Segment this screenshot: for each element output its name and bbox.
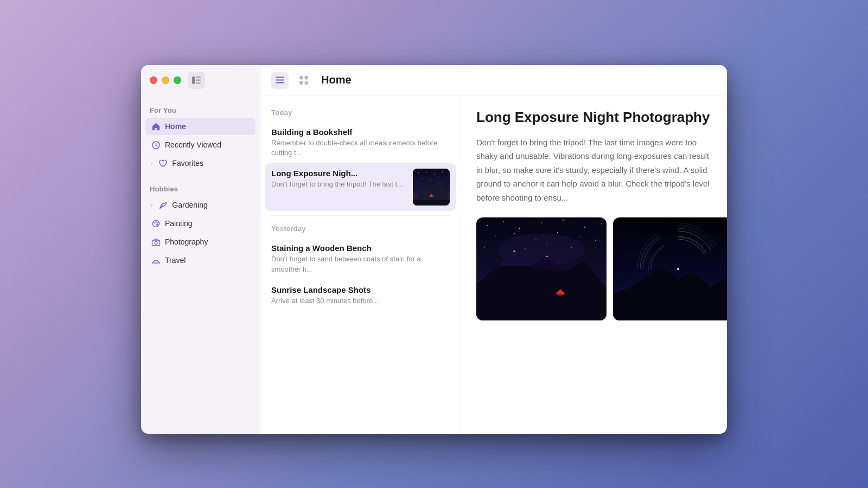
- svg-point-5: [152, 220, 159, 227]
- sidebar-item-favorites[interactable]: › Favorites: [145, 155, 256, 172]
- svg-rect-17: [276, 82, 284, 83]
- svg-point-49: [484, 247, 485, 248]
- detail-image-2: [613, 217, 727, 320]
- today-label: Today: [260, 104, 461, 122]
- page-title: Home: [321, 74, 352, 86]
- yesterday-label: Yesterday: [260, 220, 461, 238]
- svg-point-43: [495, 236, 495, 237]
- svg-point-7: [155, 221, 156, 222]
- sidebar-content: For You Home Recently Viewed: [141, 95, 260, 434]
- heart-icon: [158, 158, 168, 168]
- minimize-button[interactable]: [162, 76, 169, 84]
- svg-point-25: [434, 174, 435, 175]
- svg-rect-1: [196, 76, 201, 78]
- main-body: Today Building a Bookshelf Remember to d…: [260, 95, 727, 434]
- note-item-staining-bench[interactable]: Staining a Wooden Bench Don't forget to …: [260, 238, 461, 279]
- note-item-sunrise-landscape[interactable]: Sunrise Landscape Shots Arrive at least …: [260, 280, 461, 311]
- svg-point-28: [422, 178, 423, 179]
- svg-point-44: [514, 233, 515, 234]
- svg-point-23: [418, 173, 419, 174]
- sidebar-item-photography[interactable]: Photography: [145, 233, 256, 251]
- svg-rect-16: [276, 79, 284, 80]
- note-preview: Don't forget to sand between coats of st…: [271, 254, 450, 274]
- hobbies-section: Hobbies › Gardening: [145, 181, 256, 269]
- palette-icon: [151, 219, 161, 228]
- svg-point-26: [442, 172, 443, 173]
- sidebar-gardening-label: Gardening: [172, 201, 207, 209]
- svg-point-37: [503, 221, 504, 222]
- svg-point-6: [154, 222, 155, 223]
- travel-icon: [151, 255, 161, 265]
- traffic-lights: [150, 76, 181, 84]
- sidebar-item-home[interactable]: Home: [145, 118, 256, 135]
- note-preview: Remember to double-check all measurement…: [271, 138, 450, 158]
- svg-rect-20: [299, 81, 303, 85]
- svg-rect-34: [413, 200, 450, 206]
- svg-point-48: [595, 240, 596, 241]
- note-thumbnail: [413, 169, 450, 206]
- notes-list-panel: Today Building a Bookshelf Remember to d…: [260, 95, 461, 434]
- svg-point-27: [446, 176, 447, 177]
- house-icon: [151, 121, 161, 131]
- leaf-icon: [158, 200, 168, 210]
- svg-rect-2: [196, 80, 201, 81]
- for-you-section-label: For You: [145, 102, 256, 118]
- sidebar-item-travel[interactable]: Travel: [145, 252, 256, 269]
- sidebar-item-recently-viewed[interactable]: Recently Viewed: [145, 136, 256, 153]
- svg-point-40: [563, 220, 564, 221]
- note-title: Building a Bookshelf: [271, 127, 450, 137]
- list-view-button[interactable]: [271, 72, 289, 89]
- svg-point-46: [557, 232, 558, 233]
- main-header: Home: [260, 65, 727, 95]
- note-item-building-bookshelf[interactable]: Building a Bookshelf Remember to double-…: [260, 122, 461, 163]
- svg-rect-18: [299, 76, 303, 80]
- sidebar-item-painting[interactable]: Painting: [145, 215, 256, 232]
- note-title: Sunrise Landscape Shots: [271, 285, 450, 294]
- svg-rect-15: [276, 76, 284, 78]
- sidebar-travel-label: Travel: [165, 256, 186, 265]
- detail-images: [476, 217, 712, 320]
- note-title: Staining a Wooden Bench: [271, 243, 450, 253]
- sidebar-painting-label: Painting: [165, 219, 193, 228]
- svg-point-47: [579, 236, 579, 237]
- hobbies-section-label: Hobbies: [145, 181, 256, 196]
- gardening-chevron-icon: ›: [151, 202, 152, 208]
- note-preview: Don't forget to bring the tripod! The la…: [271, 179, 407, 189]
- svg-point-30: [430, 181, 430, 181]
- svg-point-41: [584, 227, 585, 228]
- titlebar: [141, 65, 260, 95]
- clock-icon: [151, 140, 161, 150]
- svg-rect-0: [192, 76, 195, 84]
- favorites-chevron-icon: ›: [151, 160, 152, 166]
- note-item-long-exposure[interactable]: Long Exposure Nigh... Don't forget to br…: [265, 163, 456, 211]
- sidebar-toggle-button[interactable]: [188, 72, 205, 89]
- detail-panel: Long Exposure Night Photography Don't fo…: [461, 95, 727, 434]
- detail-body: Don't forget to bring the tripod! The la…: [476, 136, 712, 205]
- section-divider: [271, 215, 450, 216]
- note-preview: Arrive at least 30 minutes before...: [271, 296, 450, 306]
- svg-rect-19: [305, 76, 309, 80]
- grid-view-button[interactable]: [295, 72, 312, 89]
- svg-point-11: [155, 241, 157, 244]
- note-title: Long Exposure Nigh...: [271, 169, 407, 178]
- sidebar-favorites-label: Favorites: [172, 159, 203, 168]
- svg-point-63: [677, 268, 679, 270]
- svg-point-42: [601, 223, 602, 224]
- svg-point-39: [541, 222, 542, 223]
- sidebar-recently-viewed-label: Recently Viewed: [165, 140, 221, 149]
- svg-point-12: [158, 241, 159, 242]
- sidebar-item-gardening[interactable]: › Gardening: [145, 196, 256, 214]
- svg-rect-21: [305, 81, 309, 85]
- detail-title: Long Exposure Night Photography: [476, 108, 712, 127]
- detail-image-1: [476, 217, 607, 320]
- sidebar-home-label: Home: [165, 122, 186, 131]
- svg-point-8: [157, 222, 158, 223]
- close-button[interactable]: [150, 76, 157, 84]
- sidebar-photography-label: Photography: [165, 237, 208, 246]
- camera-icon: [151, 237, 161, 247]
- main-content: Home Today Building a Bookshelf Remember…: [260, 65, 727, 434]
- svg-point-29: [439, 177, 439, 178]
- maximize-button[interactable]: [174, 76, 181, 84]
- svg-point-24: [426, 171, 426, 172]
- sidebar: For You Home Recently Viewed: [141, 65, 260, 434]
